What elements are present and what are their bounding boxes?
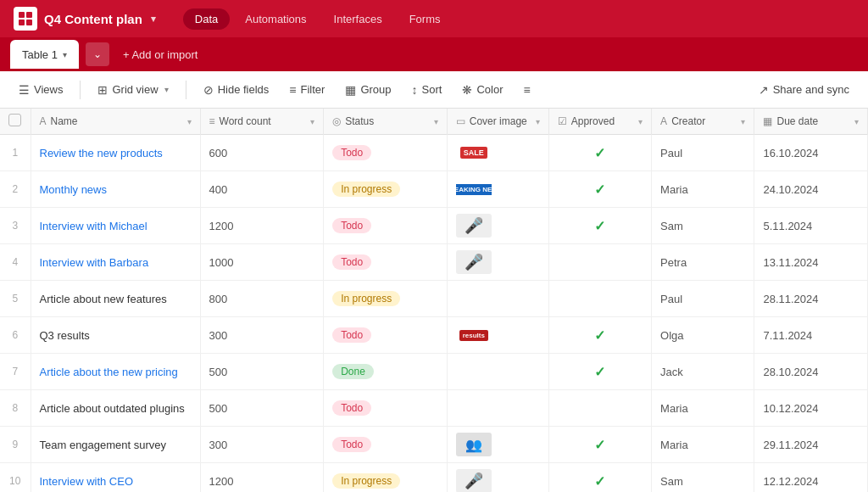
cover-results-icon: results [459,330,488,341]
grid-view-label: Grid view [112,83,158,96]
row-status[interactable]: Todo [324,244,448,281]
more-icon: ≡ [523,83,530,97]
cover-mic-icon: 🎤 [465,253,483,271]
row-status[interactable]: In progress [324,463,448,493]
header-creator[interactable]: A Creator ▾ [652,109,754,135]
color-button[interactable]: ❋ Color [453,79,511,101]
group-button[interactable]: ▦ Group [337,79,399,101]
approved-col-sort-icon: ▾ [638,117,643,126]
row-due-date: 24.10.2024 [754,171,868,208]
nav-tab-automations[interactable]: Automations [233,8,318,30]
share-sync-label: Share and sync [773,83,849,96]
row-word-count: 500 [200,390,324,427]
cover-survey-icon: 👥 [456,433,492,456]
row-creator: Petra [652,244,754,281]
word-count-col-icon: ≡ [209,115,215,127]
row-status[interactable]: In progress [324,171,448,208]
row-approved[interactable] [548,244,651,281]
status-badge: Done [332,364,374,379]
row-cover-image: 🎤 [447,244,548,281]
status-col-icon: ◎ [332,115,341,127]
header-approved[interactable]: ☑ Approved ▾ [548,109,651,135]
row-due-date: 28.10.2024 [754,354,868,390]
table-row: 4Interview with Barbara1000Todo🎤Petra13.… [0,244,868,281]
row-name[interactable]: Team engagement survey [31,427,200,463]
row-status[interactable]: In progress [324,281,448,317]
hide-fields-button[interactable]: ⊘ Hide fields [195,79,278,101]
status-col-sort-icon: ▾ [434,117,438,126]
filter-button[interactable]: ≡ Filter [281,79,333,101]
row-due-date: 16.10.2024 [754,135,868,171]
row-name[interactable]: Interview with CEO [31,463,200,493]
views-button[interactable]: ☰ Views [10,79,71,101]
app-logo[interactable]: Q4 Content plan ▾ [14,7,156,31]
header-cover-image[interactable]: ▭ Cover image ▾ [447,109,548,135]
sort-label: Sort [422,83,442,96]
row-creator: Sam [652,463,754,493]
table-tab[interactable]: Table 1 ▾ [10,40,79,69]
row-name[interactable]: Q3 results [31,317,200,354]
row-name[interactable]: Interview with Barbara [31,244,200,281]
header-word-count[interactable]: ≡ Word count ▾ [200,109,324,135]
col-due-date-label: Due date [776,115,818,127]
status-badge: In progress [332,473,400,489]
row-approved[interactable]: ✓ [548,208,651,244]
row-number: 1 [0,135,31,171]
row-status[interactable]: Todo [324,317,448,354]
select-all-checkbox[interactable] [8,114,21,126]
row-approved[interactable] [548,390,651,427]
nav-tab-forms[interactable]: Forms [398,8,453,30]
row-word-count: 300 [200,427,324,463]
table-row: 3Interview with Michael1200Todo🎤✓Sam5.11… [0,208,868,244]
table-row: 7Article about the new pricing500Done✓Ja… [0,354,868,390]
row-creator: Paul [652,135,754,171]
header-due-date[interactable]: ▦ Due date ▾ [754,109,868,135]
word-count-col-sort-icon: ▾ [310,117,314,126]
creator-col-sort-icon: ▾ [741,117,745,126]
grid-view-button[interactable]: ⊞ Grid view ▾ [89,79,176,101]
row-status[interactable]: Done [324,354,448,390]
row-word-count: 300 [200,317,324,354]
row-status[interactable]: Todo [324,427,448,463]
row-name[interactable]: Monthly news [31,171,200,208]
row-status[interactable]: Todo [324,135,448,171]
row-approved[interactable] [548,281,651,317]
row-approved[interactable]: ✓ [548,135,651,171]
row-due-date: 28.11.2024 [754,281,868,317]
group-label: Group [360,83,391,96]
more-options-button[interactable]: ≡ [515,79,538,101]
svg-rect-2 [19,20,25,25]
share-sync-button[interactable]: ↗ Share and sync [750,79,858,101]
sort-button[interactable]: ↕ Sort [403,79,451,101]
header-name[interactable]: A Name ▾ [31,109,200,135]
row-approved[interactable]: ✓ [548,317,651,354]
row-word-count: 600 [200,135,324,171]
row-name[interactable]: Article about new features [31,281,200,317]
add-import-button[interactable]: + Add or import [116,45,205,64]
row-name[interactable]: Article about the new pricing [31,354,200,390]
row-status[interactable]: Todo [324,390,448,427]
col-word-count-label: Word count [220,115,271,127]
table-bar: Table 1 ▾ ⌄ + Add or import [0,37,868,71]
table-row: 5Article about new features800In progres… [0,281,868,317]
row-approved[interactable]: ✓ [548,354,651,390]
row-approved[interactable]: ✓ [548,171,651,208]
header-status[interactable]: ◎ Status ▾ [324,109,448,135]
row-approved[interactable]: ✓ [548,463,651,493]
table-collapse-button[interactable]: ⌄ [86,42,109,66]
approved-check-icon: ✓ [594,365,605,379]
nav-tab-interfaces[interactable]: Interfaces [322,8,394,30]
row-number: 9 [0,427,31,463]
cover-col-sort-icon: ▾ [536,117,540,126]
row-name[interactable]: Review the new products [31,135,200,171]
approved-check-icon: ✓ [594,219,605,233]
row-name[interactable]: Interview with Michael [31,208,200,244]
status-badge: Todo [332,400,371,416]
app-title: Q4 Content plan [44,12,142,26]
row-name[interactable]: Article about outdated plugins [31,390,200,427]
logo-icon [14,7,37,31]
row-status[interactable]: Todo [324,208,448,244]
row-approved[interactable]: ✓ [548,427,651,463]
nav-tab-data[interactable]: Data [183,8,230,30]
row-creator: Maria [652,390,754,427]
